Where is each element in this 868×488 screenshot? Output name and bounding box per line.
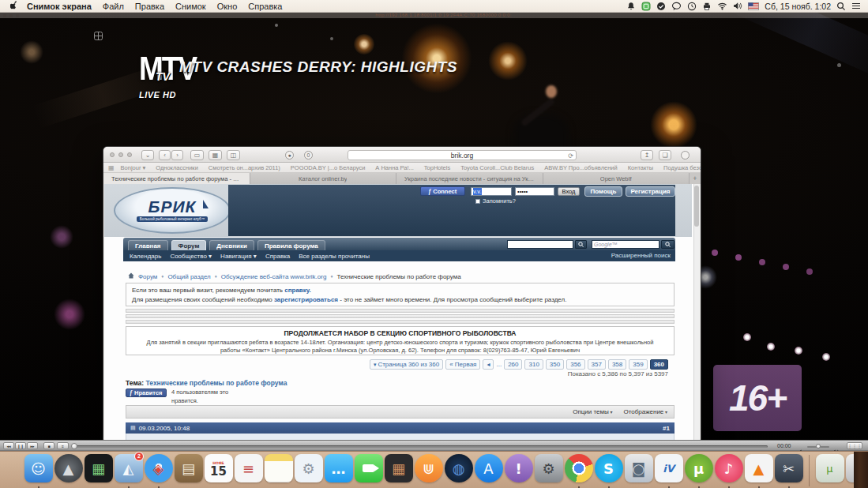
- page-link[interactable]: 356: [566, 359, 584, 370]
- prev-page-button[interactable]: ◂: [483, 359, 494, 370]
- forum-subnav-item[interactable]: Календарь: [130, 253, 161, 260]
- bookmark-item[interactable]: POGODA.BY |...о Беларуси: [291, 164, 366, 171]
- notification-center-icon[interactable]: [851, 2, 861, 10]
- bookmark-item[interactable]: Toyota Coroll...Club Belarus: [460, 164, 534, 171]
- password-input[interactable]: •••••: [515, 187, 554, 196]
- page-link[interactable]: 357: [588, 359, 606, 370]
- extension-button[interactable]: 0: [304, 151, 313, 160]
- forum-subnav-item[interactable]: Сообщество ▾: [170, 253, 212, 260]
- advanced-search-link[interactable]: Расширенный поиск: [611, 250, 671, 261]
- minimize-button[interactable]: [118, 152, 123, 157]
- bookmark-item[interactable]: ABW.BY Про...объявлений: [544, 164, 618, 171]
- bookmarks-grid-icon[interactable]: ▦: [108, 164, 115, 171]
- grab-app-icon[interactable]: [641, 2, 651, 11]
- dock-app-store[interactable]: A: [474, 454, 503, 487]
- menu-item[interactable]: Файл: [103, 2, 124, 11]
- keyboard-flag-icon[interactable]: [748, 2, 759, 10]
- dock-notes[interactable]: [264, 454, 293, 487]
- post-number-link[interactable]: #1: [663, 425, 670, 432]
- close-button[interactable]: [110, 152, 115, 157]
- playlist-button[interactable]: ≡: [57, 442, 69, 449]
- scrollbar[interactable]: [693, 184, 700, 442]
- browser-tab[interactable]: Open WebIf: [543, 173, 690, 184]
- tab-overview-button[interactable]: [681, 151, 690, 160]
- rewind-button[interactable]: ◂◂: [3, 442, 14, 449]
- collapsed-section[interactable]: [126, 320, 674, 324]
- browser-title-bar[interactable]: ⌄ ‹ › ▭ ▦ ◫ ● 0 brik.org ⟳ ↥ ❏: [103, 147, 701, 163]
- menu-app-name[interactable]: Снимок экрана: [27, 2, 92, 11]
- dock-grab[interactable]: ✂: [774, 454, 803, 487]
- bell-icon[interactable]: [626, 2, 636, 11]
- forum-nav-tab[interactable]: Форум: [171, 240, 207, 250]
- forum-nav-tab[interactable]: Главная: [128, 240, 168, 250]
- dock-reminders[interactable]: ≡: [234, 454, 263, 487]
- dock-photos[interactable]: ◭2: [114, 454, 143, 487]
- dock-itunes-u[interactable]: !: [504, 454, 533, 487]
- dock-vlc[interactable]: ▲: [744, 454, 773, 487]
- home-icon[interactable]: [128, 272, 134, 280]
- facebook-connect-button[interactable]: fConnect: [420, 186, 465, 196]
- google-search-input[interactable]: Google™ Пользовательск...: [592, 240, 659, 249]
- help-link[interactable]: справку.: [284, 287, 311, 294]
- downloads-button[interactable]: ❏: [659, 150, 671, 160]
- window-dot[interactable]: [16, 14, 19, 17]
- breadcrumb-link[interactable]: Форум: [138, 273, 157, 280]
- pause-button[interactable]: ❙❙: [15, 442, 26, 449]
- forum-subnav-item[interactable]: Справка: [265, 253, 290, 260]
- forum-search-button[interactable]: [575, 240, 587, 249]
- login-button[interactable]: Вход: [558, 187, 580, 196]
- menu-item[interactable]: Правка: [135, 2, 164, 11]
- register-link[interactable]: зарегистрироваться: [274, 296, 338, 303]
- menu-clock[interactable]: Сб, 15 нояб. 1:02: [765, 2, 831, 11]
- time-machine-icon[interactable]: [687, 2, 697, 11]
- page-link[interactable]: 260: [504, 359, 522, 370]
- login-input[interactable]: v.v.: [471, 187, 512, 196]
- register-button[interactable]: Регистрация: [626, 186, 675, 197]
- forum-subnav-item[interactable]: Все разделы прочитаны: [299, 253, 370, 260]
- dock-messages[interactable]: …: [324, 454, 353, 487]
- page-selector[interactable]: Страница 360 из 360: [370, 359, 443, 370]
- zoom-button[interactable]: [127, 152, 132, 157]
- page-link[interactable]: 359: [629, 359, 647, 370]
- bookmark-item[interactable]: Одноклассники: [156, 164, 198, 171]
- sidebar-button[interactable]: ◫: [227, 150, 240, 160]
- forum-nav-tab[interactable]: Правила форума: [257, 240, 325, 250]
- dock-image-viewer[interactable]: ◙: [624, 454, 653, 487]
- dock-mission-tiles[interactable]: ▦: [84, 454, 113, 487]
- shield-check-icon[interactable]: [656, 2, 666, 11]
- apple-menu-icon[interactable]: [10, 1, 19, 11]
- collapsed-section[interactable]: [126, 309, 674, 313]
- page-link[interactable]: 358: [608, 359, 626, 370]
- bookmark-item[interactable]: Подушка безо...nsf.com.ua: [663, 164, 701, 171]
- reader-button[interactable]: ⌄: [141, 150, 154, 160]
- remember-checkbox[interactable]: [475, 199, 480, 204]
- chat-icon[interactable]: [671, 2, 682, 11]
- scrollbar-thumb[interactable]: [694, 186, 699, 227]
- browser-tab[interactable]: Украина последние новости - ситуация на …: [396, 173, 543, 184]
- player-mode-button[interactable]: ⋮⋮⋮: [847, 442, 862, 449]
- volume-knob[interactable]: [816, 444, 821, 449]
- dock-ibooks[interactable]: ⋓: [414, 454, 443, 487]
- page-link[interactable]: 310: [524, 359, 543, 370]
- seek-track[interactable]: [73, 445, 768, 448]
- spotlight-search-icon[interactable]: [836, 2, 846, 11]
- display-options-dropdown[interactable]: Отображение: [623, 408, 667, 415]
- menu-item[interactable]: Снимок: [175, 2, 206, 11]
- forward-button[interactable]: ›: [171, 150, 183, 160]
- share-button[interactable]: ↥: [641, 150, 653, 160]
- forum-nav-tab[interactable]: Дневники: [209, 240, 254, 250]
- thread-options-dropdown[interactable]: Опции темы: [573, 408, 612, 415]
- dock-photo-booth[interactable]: ▦: [384, 454, 413, 487]
- dock-skype[interactable]: S: [594, 454, 623, 487]
- bookmark-item[interactable]: TopHotels: [424, 164, 450, 171]
- stop-button[interactable]: ■: [43, 442, 54, 449]
- dock-calendar[interactable]: НОЯБ15: [204, 454, 233, 487]
- dock-ivi-converter[interactable]: iV: [654, 454, 683, 487]
- dock-dark-globe-app[interactable]: ◍: [444, 454, 473, 487]
- bookmark-item[interactable]: Bonjour ▾: [121, 164, 146, 171]
- reload-icon[interactable]: ⟳: [568, 152, 573, 161]
- dock-system-preferences[interactable]: ⚙: [534, 454, 563, 487]
- menu-item[interactable]: Окно: [217, 2, 238, 11]
- forum-logo[interactable]: БРИК Большой рыболовный интернет-клуб™: [114, 187, 231, 234]
- browser-tab[interactable]: Технические проблемы по работе форума - …: [103, 173, 250, 184]
